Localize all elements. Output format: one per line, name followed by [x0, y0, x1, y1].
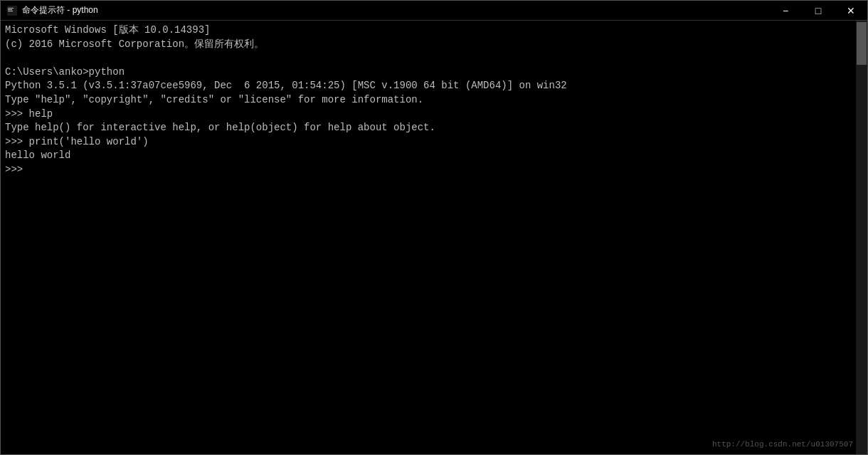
scrollbar-thumb[interactable]	[857, 22, 867, 65]
maximize-button[interactable]: □	[802, 1, 835, 21]
svg-rect-1	[8, 8, 14, 9]
svg-rect-2	[8, 9, 12, 10]
console-line: hello world	[5, 149, 849, 163]
close-button[interactable]: ✕	[835, 1, 867, 21]
console-line	[5, 51, 849, 66]
console-line: >>> help	[5, 108, 849, 122]
console-line: Type "help", "copyright", "credits" or "…	[5, 93, 849, 108]
svg-rect-3	[8, 11, 13, 11]
scrollbar[interactable]	[856, 21, 867, 454]
watermark-text: http://blog.csdn.net/u01307507	[712, 439, 853, 450]
console-line: (c) 2016 Microsoft Corporation。保留所有权利。	[5, 38, 849, 52]
console-output[interactable]: Microsoft Windows [版本 10.0.14393](c) 201…	[1, 21, 867, 454]
console-line: Type help() for interactive help, or hel…	[5, 121, 849, 135]
window-controls: − □ ✕	[769, 1, 867, 21]
title-bar: 命令提示符 - python − □ ✕	[1, 1, 867, 21]
cmd-window: 命令提示符 - python − □ ✕ Microsoft Windows […	[0, 0, 868, 455]
console-line: C:\Users\anko>python	[5, 66, 849, 80]
minimize-button[interactable]: −	[769, 1, 802, 21]
window-title: 命令提示符 - python	[22, 4, 862, 16]
cmd-icon	[6, 5, 18, 16]
console-line: >>>	[5, 163, 849, 177]
console-line: Microsoft Windows [版本 10.0.14393]	[5, 23, 849, 38]
console-line: Python 3.5.1 (v3.5.1:37a07cee5969, Dec 6…	[5, 79, 849, 93]
console-line: >>> print('hello world')	[5, 135, 849, 150]
